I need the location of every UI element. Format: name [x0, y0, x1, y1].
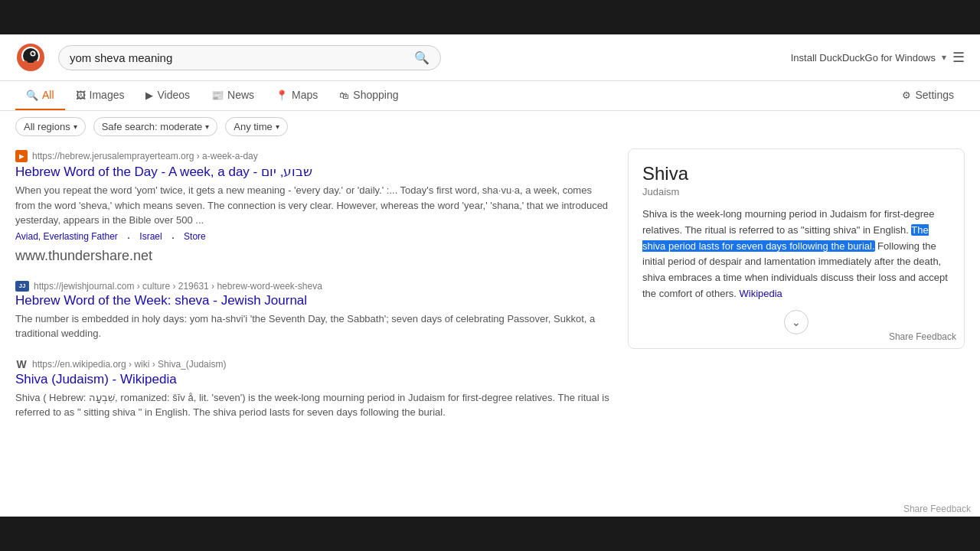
- result-link-1b[interactable]: Israel: [139, 231, 162, 245]
- tab-settings[interactable]: ⚙ Settings: [891, 81, 965, 110]
- tab-settings-label: Settings: [915, 89, 954, 101]
- tab-shopping[interactable]: 🛍 Shopping: [328, 81, 409, 110]
- result-link-1a[interactable]: Aviad, Everlasting Father: [15, 231, 118, 245]
- settings-tab-icon: ⚙: [902, 90, 911, 101]
- shopping-tab-icon: 🛍: [339, 90, 349, 101]
- news-tab-icon: 📰: [211, 90, 224, 101]
- result-title-3[interactable]: Shiva (Judaism) - Wikipedia: [15, 372, 612, 387]
- result-title-1[interactable]: Hebrew Word of the Day - A week, a day -…: [15, 164, 612, 180]
- time-filter-label: Any time: [234, 121, 273, 132]
- tab-news-label: News: [227, 89, 254, 101]
- all-tab-icon: 🔍: [26, 90, 38, 101]
- install-dropdown-arrow[interactable]: ▾: [942, 52, 946, 63]
- table-row: W https://en.wikipedia.org › wiki › Shiv…: [15, 358, 612, 420]
- tab-images[interactable]: 🖼 Images: [65, 81, 136, 110]
- bottom-feedback-link[interactable]: Share Feedback: [903, 504, 971, 514]
- header-right: Install DuckDuckGo for Windows ▾ ☰: [791, 49, 965, 66]
- safe-search-filter-arrow: ▾: [205, 122, 209, 131]
- kp-feedback-link[interactable]: Share Feedback: [889, 331, 956, 342]
- region-filter-arrow: ▾: [74, 122, 77, 131]
- kp-subtitle: Judaism: [642, 186, 950, 197]
- tab-maps-label: Maps: [292, 89, 318, 101]
- filter-bar: All regions ▾ Safe search: moderate ▾ An…: [0, 111, 980, 142]
- result-snippet-1: When you repeat the word 'yom' twice, it…: [15, 183, 612, 228]
- tab-shopping-label: Shopping: [353, 89, 398, 101]
- search-button[interactable]: 🔍: [414, 51, 430, 65]
- result-snippet-2: The number is embedded in holy days: yom…: [15, 311, 612, 341]
- region-filter-label: All regions: [24, 121, 70, 132]
- result-favicon-3: W: [15, 358, 28, 370]
- result-favicon-1: ▶: [15, 150, 28, 162]
- install-button[interactable]: Install DuckDuckGo for Windows: [791, 52, 936, 64]
- kp-description: Shiva is the week-long mourning period i…: [642, 207, 950, 302]
- tab-all-label: All: [42, 89, 54, 101]
- result-url-1: https://hebrew.jerusalemprayerteam.org ›…: [32, 151, 258, 161]
- maps-tab-icon: 📍: [276, 90, 288, 101]
- result-link-sep-2: ·: [172, 231, 175, 245]
- tab-videos[interactable]: ▶ Videos: [135, 81, 201, 110]
- ddg-logo: [15, 42, 46, 73]
- kp-wikipedia-link[interactable]: Wikipedia: [739, 288, 782, 299]
- svg-point-8: [33, 60, 39, 70]
- result-links-1: Aviad, Everlasting Father · Israel · Sto…: [15, 231, 612, 245]
- table-row: ▶ https://hebrew.jerusalemprayerteam.org…: [15, 150, 612, 264]
- content-area: ▶ https://hebrew.jerusalemprayerteam.org…: [0, 142, 980, 517]
- header: 🔍 Install DuckDuckGo for Windows ▾ ☰: [0, 34, 980, 81]
- kp-expand-button[interactable]: ⌄: [784, 310, 808, 334]
- kp-desc-before: Shiva is the week-long mourning period i…: [642, 208, 935, 236]
- tab-images-label: Images: [90, 89, 125, 101]
- safe-search-filter-label: Safe search: moderate: [102, 121, 203, 132]
- result-link-sep-1: ·: [127, 231, 130, 245]
- tab-videos-label: Videos: [157, 89, 190, 101]
- result-favicon-2: JJ: [15, 281, 29, 292]
- nav-tabs: 🔍 All 🖼 Images ▶ Videos 📰 News 📍 Maps 🛍 …: [0, 81, 980, 111]
- tab-news[interactable]: 📰 News: [201, 81, 265, 110]
- search-input[interactable]: [70, 51, 414, 64]
- menu-icon[interactable]: ☰: [952, 49, 965, 66]
- results-panel: ▶ https://hebrew.jerusalemprayerteam.org…: [0, 142, 628, 517]
- search-bar[interactable]: 🔍: [58, 45, 441, 70]
- tab-all[interactable]: 🔍 All: [15, 81, 65, 110]
- thundershare-badge: www.thundershare.net: [15, 248, 612, 264]
- result-title-2[interactable]: Hebrew Word of the Week: sheva - Jewish …: [15, 293, 612, 308]
- svg-point-5: [33, 52, 34, 54]
- tab-maps[interactable]: 📍 Maps: [265, 81, 328, 110]
- kp-title: Shiva: [642, 163, 950, 184]
- result-url-3: https://en.wikipedia.org › wiki › Shiva_…: [32, 359, 226, 370]
- result-snippet-3: Shiva ( Hebrew: שִׁבְעָה, romanized: šīv…: [15, 390, 612, 420]
- table-row: JJ https://jewishjournal.com › culture ›…: [15, 281, 612, 341]
- time-filter[interactable]: Any time ▾: [225, 117, 288, 136]
- images-tab-icon: 🖼: [76, 90, 86, 101]
- time-filter-arrow: ▾: [276, 122, 279, 131]
- safe-search-filter[interactable]: Safe search: moderate ▾: [93, 117, 218, 136]
- result-url-2: https://jewishjournal.com › culture › 21…: [34, 281, 322, 292]
- region-filter[interactable]: All regions ▾: [15, 117, 86, 136]
- svg-point-7: [22, 60, 28, 70]
- result-link-1c[interactable]: Store: [184, 231, 206, 245]
- knowledge-panel: Shiva Judaism Shiva is the week-long mou…: [628, 148, 965, 349]
- videos-tab-icon: ▶: [145, 90, 153, 101]
